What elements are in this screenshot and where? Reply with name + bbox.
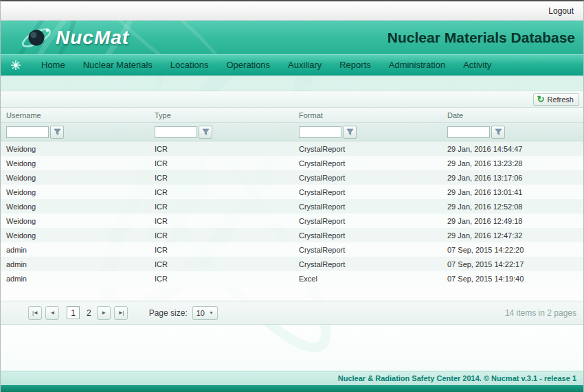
table-row[interactable]: WeidongICRCrystalReport29 Jan, 2016 12:4…	[1, 214, 583, 228]
top-bar: Logout	[1, 1, 583, 21]
nav-item-locations[interactable]: Locations	[161, 60, 218, 70]
format-filter-input[interactable]	[299, 126, 341, 138]
filter-cell-date	[442, 126, 583, 139]
cell-type: ICR	[149, 246, 293, 254]
type-filter-button[interactable]	[199, 126, 212, 139]
logo-text: NucMat	[56, 27, 129, 49]
cell-format: CrystalReport	[293, 246, 442, 254]
refresh-button[interactable]: ↻ Refresh	[533, 93, 579, 106]
cell-format: CrystalReport	[293, 145, 442, 153]
funnel-icon	[346, 128, 354, 136]
column-header-format[interactable]: Format	[293, 111, 442, 119]
column-header-date[interactable]: Date	[442, 111, 583, 119]
funnel-icon	[202, 128, 210, 136]
format-filter-button[interactable]	[343, 126, 357, 139]
table-row[interactable]: WeidongICRCrystalReport29 Jan, 2016 13:0…	[1, 185, 583, 199]
funnel-icon	[495, 128, 502, 136]
nav-item-home[interactable]: Home	[32, 60, 74, 70]
cell-format: CrystalReport	[293, 217, 442, 225]
cell-type: ICR	[149, 275, 293, 283]
cell-date: 29 Jan, 2016 12:49:18	[442, 217, 583, 225]
username-filter-button[interactable]	[50, 126, 64, 139]
date-filter-button[interactable]	[491, 126, 505, 139]
filter-row	[1, 123, 583, 141]
cell-date: 07 Sep, 2015 14:22:20	[442, 246, 583, 254]
table-row[interactable]: adminICRExcel07 Sep, 2015 14:19:40	[1, 271, 583, 286]
cell-format: CrystalReport	[293, 159, 442, 168]
nav-item-auxiliary[interactable]: Auxiliary	[279, 60, 330, 70]
cell-type: ICR	[149, 174, 293, 182]
cell-date: 29 Jan, 2016 14:54:47	[442, 145, 583, 153]
table-row[interactable]: adminICRCrystalReport07 Sep, 2015 14:22:…	[1, 257, 583, 271]
nav-item-administration[interactable]: Administration	[380, 60, 454, 70]
cell-format: CrystalReport	[293, 231, 442, 240]
app-header: NucMat Nuclear Materials Database	[1, 21, 583, 54]
chevron-down-icon: ▼	[209, 310, 214, 315]
footer-strip	[1, 385, 583, 392]
cell-type: ICR	[149, 231, 293, 240]
username-filter-input[interactable]	[6, 126, 49, 138]
cell-date: 29 Jan, 2016 12:52:08	[442, 203, 583, 211]
cell-type: ICR	[149, 188, 293, 196]
cell-username: admin	[1, 260, 149, 268]
page-size-dropdown[interactable]: 10 ▼	[192, 306, 218, 320]
table-row[interactable]: WeidongICRCrystalReport29 Jan, 2016 12:5…	[1, 199, 583, 214]
funnel-icon	[54, 128, 61, 136]
logout-link[interactable]: Logout	[548, 6, 574, 16]
spark-atom-icon	[10, 60, 21, 71]
nav-item-nuclear-materials[interactable]: Nuclear Materials	[74, 60, 161, 70]
cell-format: CrystalReport	[293, 174, 442, 182]
app-logo: NucMat	[20, 23, 129, 52]
table-row[interactable]: WeidongICRCrystalReport29 Jan, 2016 14:5…	[1, 141, 583, 156]
cell-format: CrystalReport	[293, 203, 442, 211]
next-page-button[interactable]: ►	[97, 306, 111, 320]
grid-header: UsernameTypeFormatDate	[1, 108, 583, 123]
nav-item-operations[interactable]: Operations	[218, 60, 280, 70]
column-header-username[interactable]: Username	[1, 111, 149, 119]
main-navigation: HomeNuclear MaterialsLocationsOperations…	[1, 54, 583, 76]
last-page-button[interactable]: ►|	[114, 306, 128, 320]
nav-item-reports[interactable]: Reports	[330, 60, 380, 70]
cell-format: Excel	[293, 275, 442, 283]
page-button-1[interactable]: 1	[67, 306, 80, 319]
footer-text: Nuclear & Radiation Safety Center 2014. …	[338, 374, 576, 382]
grid-body: WeidongICRCrystalReport29 Jan, 2016 14:5…	[1, 141, 583, 286]
cell-username: Weidong	[1, 231, 149, 240]
cell-username: Weidong	[1, 188, 149, 196]
app-window: Logout NucMat Nuclear Materials Database	[0, 0, 584, 392]
pager-summary: 14 items in 2 pages	[505, 308, 576, 318]
date-filter-input[interactable]	[447, 126, 490, 138]
table-row[interactable]: WeidongICRCrystalReport29 Jan, 2016 12:4…	[1, 228, 583, 242]
pager-bar: |◄ ◄ 12 ► ►| Page size: 10 ▼ 14 items in…	[1, 301, 583, 325]
table-row[interactable]: WeidongICRCrystalReport29 Jan, 2016 13:1…	[1, 170, 583, 185]
page-button-2[interactable]: 2	[87, 308, 91, 318]
refresh-label: Refresh	[547, 95, 574, 104]
cell-username: admin	[1, 246, 149, 254]
cell-type: ICR	[149, 203, 293, 211]
filter-cell-username	[1, 126, 149, 139]
page-size-label: Page size:	[149, 308, 188, 318]
cell-username: admin	[1, 275, 149, 283]
filter-cell-format	[293, 126, 442, 139]
column-header-type[interactable]: Type	[149, 111, 293, 119]
cell-type: ICR	[149, 145, 293, 153]
pager-pages: 12	[64, 306, 96, 319]
first-page-button[interactable]: |◄	[28, 306, 42, 320]
type-filter-input[interactable]	[155, 126, 197, 138]
reports-grid: ↻ Refresh UsernameTypeFormatDate	[1, 91, 583, 325]
nav-item-activity[interactable]: Activity	[454, 60, 500, 70]
cell-username: Weidong	[1, 217, 149, 225]
cell-date: 29 Jan, 2016 12:47:32	[442, 231, 583, 240]
cell-username: Weidong	[1, 145, 149, 153]
cell-username: Weidong	[1, 159, 149, 168]
page-title: Nuclear Materials Database	[388, 30, 575, 46]
table-row[interactable]: adminICRCrystalReport07 Sep, 2015 14:22:…	[1, 242, 583, 257]
cell-username: Weidong	[1, 174, 149, 182]
cell-type: ICR	[149, 260, 293, 268]
cell-date: 07 Sep, 2015 14:22:17	[442, 260, 583, 268]
cell-format: CrystalReport	[293, 188, 442, 196]
table-row[interactable]: WeidongICRCrystalReport29 Jan, 2016 13:2…	[1, 156, 583, 170]
filter-cell-type	[149, 126, 293, 139]
page-size-control: Page size: 10 ▼	[149, 306, 218, 320]
previous-page-button[interactable]: ◄	[45, 306, 59, 320]
